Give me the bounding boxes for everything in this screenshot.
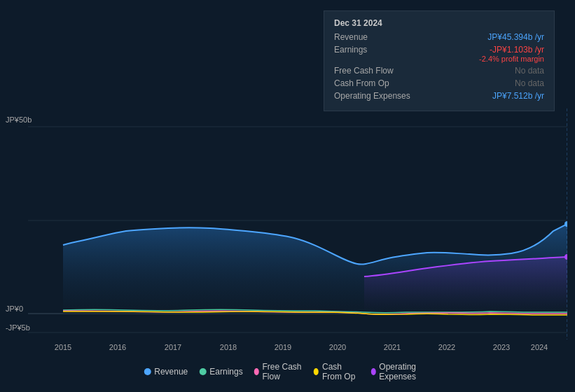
tooltip-label-revenue: Revenue (334, 32, 418, 42)
x-label-2023: 2023 (493, 343, 510, 351)
tooltip-value-cashfromop: No data (515, 78, 544, 88)
legend-item-earnings: Earnings (199, 367, 242, 377)
tooltip-label-fcf: Free Cash Flow (334, 66, 418, 76)
legend-item-cashfromop: Cash From Op (314, 362, 359, 382)
legend-item-opex: Operating Expenses (370, 362, 431, 382)
legend-dot-earnings (199, 368, 206, 375)
y-label-neg5b: -JP¥5b (6, 323, 30, 332)
tooltip-value-earnings-group: -JP¥1.103b /yr -2.4% profit margin (479, 45, 544, 63)
legend-dot-opex (370, 368, 375, 375)
legend-item-revenue: Revenue (144, 367, 188, 377)
chart-svg (28, 108, 567, 340)
chart-container: Dec 31 2024 Revenue JP¥45.394b /yr Earni… (0, 0, 575, 392)
x-label-2017: 2017 (165, 343, 181, 351)
x-label-2016: 2016 (109, 343, 126, 351)
tooltip-row-revenue: Revenue JP¥45.394b /yr (334, 32, 544, 42)
tooltip-row-fcf: Free Cash Flow No data (334, 66, 544, 76)
tooltip-label-cashfromop: Cash From Op (334, 78, 418, 88)
x-label-2024: 2024 (531, 343, 548, 351)
tooltip-value-opex: JP¥7.512b /yr (492, 91, 544, 101)
tooltip-label-earnings: Earnings (334, 45, 418, 55)
x-label-2022: 2022 (438, 343, 455, 351)
legend-label-fcf: Free Cash Flow (262, 362, 303, 382)
tooltip-row-cashfromop: Cash From Op No data (334, 78, 544, 88)
legend: Revenue Earnings Free Cash Flow Cash Fro… (144, 362, 431, 382)
tooltip-panel: Dec 31 2024 Revenue JP¥45.394b /yr Earni… (324, 10, 555, 111)
legend-label-revenue: Revenue (154, 367, 188, 377)
x-label-2020: 2020 (329, 343, 346, 351)
legend-dot-cashfromop (314, 368, 319, 375)
legend-label-opex: Operating Expenses (379, 362, 431, 382)
legend-item-fcf: Free Cash Flow (254, 362, 303, 382)
x-label-2018: 2018 (220, 343, 237, 351)
tooltip-value-fcf: No data (515, 66, 544, 76)
legend-label-earnings: Earnings (209, 367, 242, 377)
tooltip-value-earnings: -JP¥1.103b /yr (479, 45, 544, 55)
x-label-2021: 2021 (384, 343, 401, 351)
tooltip-row-opex: Operating Expenses JP¥7.512b /yr (334, 91, 544, 101)
tooltip-date: Dec 31 2024 (334, 18, 544, 28)
legend-dot-fcf (254, 368, 259, 375)
tooltip-value-revenue: JP¥45.394b /yr (487, 32, 544, 42)
tooltip-profit-margin: -2.4% profit margin (479, 55, 544, 63)
tooltip-label-opex: Operating Expenses (334, 91, 418, 101)
x-label-2019: 2019 (275, 343, 291, 351)
legend-label-cashfromop: Cash From Op (322, 362, 360, 382)
y-label-0: JP¥0 (6, 304, 23, 313)
tooltip-row-earnings: Earnings -JP¥1.103b /yr -2.4% profit mar… (334, 45, 544, 63)
legend-dot-revenue (144, 368, 151, 375)
x-label-2015: 2015 (55, 343, 71, 351)
